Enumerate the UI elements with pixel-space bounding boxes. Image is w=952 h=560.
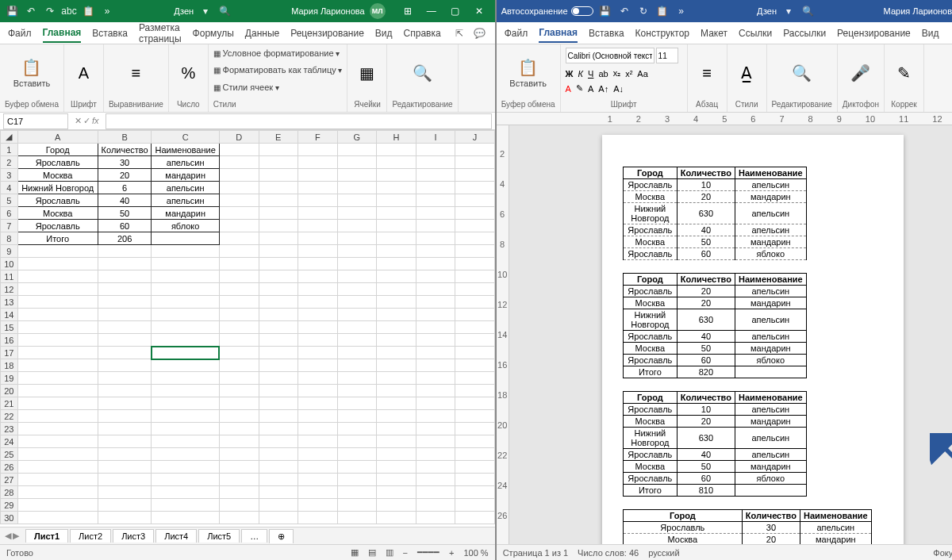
cell[interactable] [17,385,98,397]
cell[interactable] [219,512,259,524]
cell[interactable] [455,334,495,347]
prev-sheet-icon[interactable]: ◀ [5,531,11,541]
cell[interactable] [455,385,495,397]
cell[interactable] [259,296,298,309]
cell[interactable] [455,321,495,334]
row-header[interactable]: 9 [1,245,18,258]
cell[interactable] [298,207,338,220]
row-header[interactable]: 28 [1,486,18,499]
close-icon[interactable]: ✕ [468,2,490,21]
row-header[interactable]: 8 [1,232,18,245]
cell[interactable] [152,334,220,347]
tab-insert[interactable]: Вставка [92,25,128,42]
lang[interactable]: русский [648,548,679,558]
cell[interactable] [219,372,259,385]
cell[interactable] [259,359,298,372]
word-table-2[interactable]: ГородКоличествоНаименованиеЯрославль20ап… [623,273,807,378]
cell[interactable] [337,156,377,169]
cell[interactable] [98,397,152,410]
cell[interactable] [298,486,338,499]
select-all[interactable]: ◢ [1,131,18,144]
case-icon[interactable]: Aa [637,69,647,79]
cell[interactable] [377,220,416,232]
cell[interactable] [337,270,377,283]
cell[interactable] [17,347,98,359]
cell[interactable] [337,461,377,474]
row-header[interactable]: 25 [1,448,18,461]
cell[interactable] [259,194,298,207]
cell[interactable] [377,385,416,397]
row-header[interactable]: 14 [1,309,18,321]
cell[interactable] [455,283,495,296]
cell[interactable] [259,270,298,283]
cell[interactable] [219,220,259,232]
row-header[interactable]: 11 [1,270,18,283]
row-header[interactable]: 19 [1,372,18,385]
row-header[interactable]: 5 [1,194,18,207]
cell[interactable] [455,461,495,474]
cell[interactable] [377,372,416,385]
row-header[interactable]: 27 [1,474,18,486]
more-icon[interactable]: » [674,4,689,18]
save-icon[interactable]: 💾 [598,4,612,18]
cell[interactable] [219,232,259,245]
cell[interactable]: 206 [98,232,152,245]
cell[interactable] [259,309,298,321]
cell[interactable] [219,321,259,334]
cell[interactable] [17,397,98,410]
cell[interactable] [17,435,98,448]
cancel-icon[interactable]: ✕ [75,116,82,126]
document-area[interactable]: 2468101214161820222426 ГородКоличествоНа… [497,125,952,544]
cell[interactable] [455,220,495,232]
cell[interactable] [377,182,416,194]
cell[interactable] [337,321,377,334]
cell[interactable] [219,385,259,397]
paste-button[interactable]: 📋Вставить [509,58,547,88]
search-icon[interactable]: 🔍 [800,4,815,18]
minimize-icon[interactable]: — [420,2,443,21]
col-header[interactable]: I [416,131,455,144]
row-header[interactable]: 21 [1,397,18,410]
cell[interactable] [17,512,98,524]
cell[interactable] [337,283,377,296]
row-header[interactable]: 15 [1,321,18,334]
cell[interactable] [259,182,298,194]
cell[interactable] [337,296,377,309]
chevron-down-icon[interactable]: ▾ [781,4,796,18]
cell[interactable] [455,245,495,258]
col-header[interactable]: C [152,131,220,144]
cell[interactable]: мандарин [152,169,220,182]
tab-help[interactable]: Справка [404,25,441,42]
cell[interactable] [455,156,495,169]
cell[interactable] [455,144,495,156]
cell[interactable] [377,258,416,270]
cell[interactable] [337,474,377,486]
cell[interactable] [298,410,338,423]
cell[interactable] [259,220,298,232]
row-header[interactable]: 17 [1,347,18,359]
cell[interactable] [337,334,377,347]
tab-home[interactable]: Главная [539,24,578,43]
col-header[interactable]: H [377,131,416,144]
cell[interactable] [259,474,298,486]
cell[interactable] [17,321,98,334]
row-header[interactable]: 10 [1,258,18,270]
row-header[interactable]: 7 [1,220,18,232]
cell[interactable] [17,258,98,270]
cell[interactable] [259,423,298,435]
cell[interactable] [298,283,338,296]
superscript-icon[interactable]: x² [625,69,632,79]
cell[interactable] [152,448,220,461]
font-size[interactable] [656,48,678,63]
cell[interactable] [98,296,152,309]
cell[interactable] [337,207,377,220]
cell[interactable] [152,512,220,524]
cell[interactable] [455,232,495,245]
cell[interactable] [377,283,416,296]
cell[interactable] [416,321,455,334]
cell[interactable] [98,385,152,397]
cell[interactable] [17,448,98,461]
cell[interactable] [377,512,416,524]
clipboard-icon[interactable]: 📋 [655,4,670,18]
cell[interactable] [17,410,98,423]
